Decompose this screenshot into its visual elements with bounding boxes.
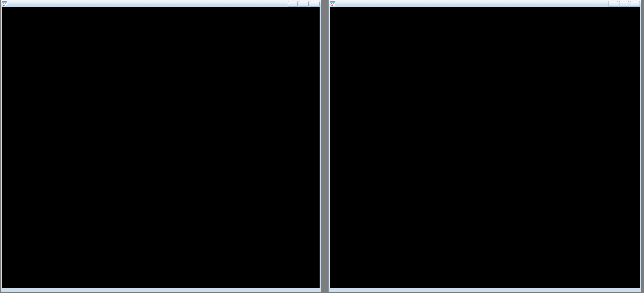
titlebar[interactable] — [329, 0, 641, 7]
chart-window-icon — [330, 1, 335, 6]
titlebar[interactable] — [1, 0, 321, 7]
close-button[interactable] — [630, 1, 640, 7]
window-imoex-chart-2 — [328, 0, 641, 292]
desktop: { "glyphs": {"minimize": "—", "restore":… — [0, 0, 644, 293]
window-controls — [288, 1, 320, 7]
chart-content-2[interactable] — [330, 7, 640, 288]
minimize-button[interactable] — [288, 1, 298, 7]
window-controls — [608, 1, 640, 7]
close-button[interactable] — [310, 1, 320, 7]
restore-button[interactable] — [299, 1, 309, 7]
window-imoex-chart-1 — [1, 0, 321, 292]
chart-content-1[interactable] — [2, 7, 320, 288]
restore-button[interactable] — [619, 1, 629, 7]
minimize-button[interactable] — [608, 1, 618, 7]
chart-window-icon — [2, 1, 7, 6]
